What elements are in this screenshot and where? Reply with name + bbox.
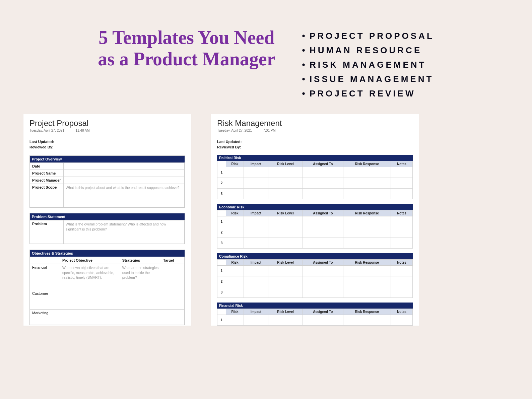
- risk-cell: [343, 216, 391, 227]
- risk-cell: [268, 227, 303, 238]
- col-header: [217, 210, 226, 216]
- row-category: Customer: [30, 290, 60, 310]
- risk-cell: [226, 167, 244, 178]
- risk-cell: [303, 216, 343, 227]
- doc-risk-management: Risk Management Tuesday, April 27, 2021 …: [211, 114, 419, 326]
- table-row: Project Name: [30, 170, 185, 177]
- table-row: Customer: [30, 290, 185, 310]
- col-header: Risk: [226, 210, 244, 216]
- risk-cell: [303, 227, 343, 238]
- row-number: 2: [217, 227, 226, 238]
- col-header: Risk Response: [343, 309, 391, 315]
- row-number: 1: [217, 216, 226, 227]
- table-row: 1: [217, 315, 413, 326]
- overview-table: Date Project Name Project Manager Projec…: [30, 162, 185, 207]
- table-row: 3: [217, 189, 413, 199]
- row-value: [64, 177, 185, 184]
- row-objective: [60, 290, 120, 310]
- col-header: Risk Level: [268, 260, 303, 266]
- risk-cell: [391, 276, 413, 287]
- row-number: 1: [217, 167, 226, 178]
- risk-cell: [268, 216, 303, 227]
- bullet-item: PROJECT PROPOSAL: [302, 29, 434, 43]
- risk-cell: [391, 315, 413, 326]
- risk-section-title: Compliance Risk: [217, 253, 413, 259]
- risk-section: Political RiskRiskImpactRisk LevelAssign…: [217, 155, 413, 199]
- risk-table: RiskImpactRisk LevelAssigned ToRisk Resp…: [217, 259, 413, 298]
- page-title: 5 Templates You Need as a Product Manage…: [98, 27, 275, 70]
- placeholder-text: What is this project about and what is t…: [66, 186, 180, 190]
- document-previews: Project Proposal Tuesday, April 27, 2021…: [0, 114, 532, 326]
- col-header: Notes: [391, 210, 413, 216]
- table-header-row: RiskImpactRisk LevelAssigned ToRisk Resp…: [217, 210, 413, 216]
- risk-cell: [244, 227, 268, 238]
- last-updated-label: Last Updated:: [217, 139, 413, 145]
- row-label: Project Name: [30, 170, 64, 177]
- table-row: 1: [217, 167, 413, 178]
- doc-date: Tuesday, April 27, 2021: [29, 129, 64, 132]
- risk-cell: [391, 178, 413, 189]
- row-objective: [60, 310, 120, 325]
- risk-cell: [244, 178, 268, 189]
- table-row: 2: [217, 227, 413, 238]
- row-target: [161, 264, 185, 290]
- table-row: 1: [217, 266, 413, 276]
- risk-cell: [303, 189, 343, 199]
- risk-cell: [303, 276, 343, 287]
- col-header: [217, 161, 226, 167]
- placeholder-text: What is the overall problem statement? W…: [66, 222, 166, 231]
- last-updated-label: Last Updated:: [29, 139, 185, 145]
- col-header: [217, 260, 226, 266]
- table-row: 2: [217, 276, 413, 287]
- row-target: [161, 290, 185, 310]
- doc-meta-fields: Last Updated: Reviewed By:: [217, 139, 413, 150]
- risk-cell: [303, 266, 343, 276]
- doc-datetime: Tuesday, April 27, 2021 11:48 AM: [29, 129, 103, 133]
- risk-cell: [244, 266, 268, 276]
- risk-cell: [226, 287, 244, 298]
- row-value: What is the overall problem statement? W…: [64, 220, 185, 244]
- risk-cell: [244, 189, 268, 199]
- doc-datetime: Tuesday, April 27, 2021 7:01 PM: [217, 129, 291, 133]
- table-header-row: RiskImpactRisk LevelAssigned ToRisk Resp…: [217, 161, 413, 167]
- col-header: Notes: [391, 260, 413, 266]
- table-row: 3: [217, 287, 413, 298]
- row-number: 2: [217, 276, 226, 287]
- risk-cell: [268, 287, 303, 298]
- risk-cell: [268, 276, 303, 287]
- risk-cell: [244, 287, 268, 298]
- col-header: Project Objective: [60, 257, 120, 264]
- doc-project-proposal: Project Proposal Tuesday, April 27, 2021…: [23, 114, 191, 326]
- section-heading: Project Overview: [30, 156, 185, 162]
- row-strategies: [120, 290, 161, 310]
- row-strategies: What are the strategies used to tackle t…: [120, 264, 161, 290]
- row-label: Date: [30, 163, 64, 170]
- risk-section: Economic RiskRiskImpactRisk LevelAssigne…: [217, 204, 413, 249]
- risk-cell: [391, 216, 413, 227]
- col-header: [30, 257, 60, 264]
- risk-section-title: Economic Risk: [217, 204, 413, 210]
- table-row: 3: [217, 238, 413, 249]
- doc-time: 7:01 PM: [263, 129, 276, 132]
- row-value: What is this project about and what is t…: [64, 184, 185, 207]
- risk-cell: [343, 276, 391, 287]
- section-objectives: Objectives & Strategies Project Objectiv…: [29, 250, 185, 325]
- objectives-table: Project Objective Strategies Target Fina…: [30, 257, 185, 325]
- row-value: [64, 163, 185, 170]
- risk-cell: [303, 178, 343, 189]
- placeholder-text: Write down objectives that are specific,…: [62, 266, 114, 279]
- risk-sections-container: Political RiskRiskImpactRisk LevelAssign…: [217, 155, 413, 326]
- row-value: [64, 170, 185, 177]
- risk-cell: [343, 167, 391, 178]
- problem-table: Problem What is the overall problem stat…: [30, 220, 185, 244]
- risk-cell: [343, 227, 391, 238]
- section-problem-statement: Problem Statement Problem What is the ov…: [29, 213, 185, 244]
- col-header: Risk Level: [268, 210, 303, 216]
- table-row: Date: [30, 163, 185, 170]
- risk-section: Financial RiskRiskImpactRisk LevelAssign…: [217, 303, 413, 326]
- col-header: Assigned To: [303, 161, 343, 167]
- col-header: Target: [161, 257, 185, 264]
- risk-cell: [303, 167, 343, 178]
- table-header-row: RiskImpactRisk LevelAssigned ToRisk Resp…: [217, 309, 413, 315]
- section-heading: Objectives & Strategies: [30, 250, 185, 257]
